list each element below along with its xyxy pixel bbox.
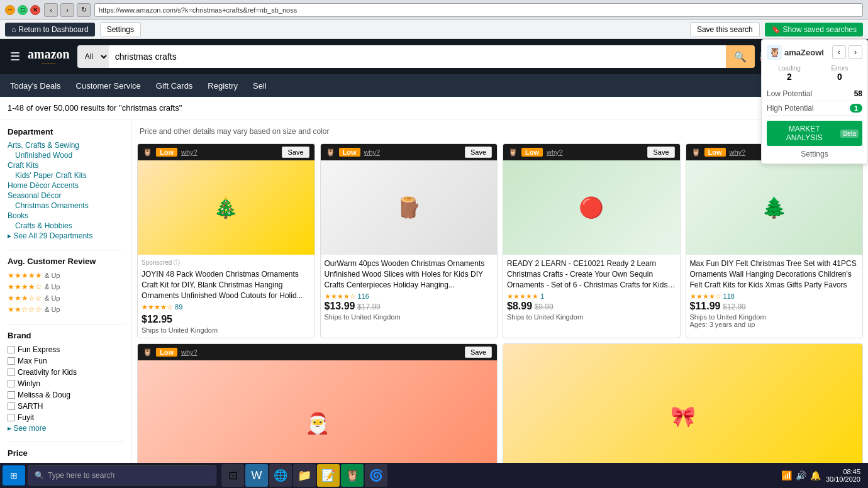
- save-product-3[interactable]: Save: [647, 147, 674, 158]
- forward-button[interactable]: ›: [60, 3, 74, 17]
- notification-icon[interactable]: 🔔: [810, 470, 821, 480]
- product-price-row-2: $13.99 $17.99: [325, 301, 494, 312]
- close-button[interactable]: ✕: [30, 5, 40, 15]
- aow-next-button[interactable]: ›: [849, 45, 862, 59]
- sidebar-link-seasonal[interactable]: Seasonal Décor: [8, 191, 124, 201]
- why-link-2[interactable]: why?: [364, 148, 381, 156]
- hamburger-menu[interactable]: ☰: [8, 47, 23, 66]
- show-saved-searches-button[interactable]: 🔖 Show saved searches: [765, 23, 863, 36]
- sponsored-1: Sponsored ⓘ: [142, 258, 311, 267]
- product-stars-3: ★★★★★ 1: [507, 292, 676, 301]
- product-info-3: READY 2 LEARN - CE10021 Ready 2 Learn Ch…: [503, 255, 680, 324]
- taskbar-app-task-view[interactable]: ⊡: [221, 464, 244, 487]
- brand-max-fun[interactable]: Max Fun: [8, 355, 124, 367]
- product-shipping-4: Ships to United Kingdom: [690, 313, 859, 321]
- product-image-3: 🔴: [503, 160, 680, 255]
- brand-fuyit[interactable]: Fuyit: [8, 412, 124, 423]
- amazeowl-icon-2: 🦉: [326, 148, 335, 157]
- sidebar-see-all[interactable]: ▸ See All 29 Departments: [8, 231, 124, 241]
- review-2up[interactable]: ★★★☆☆ & Up: [8, 292, 124, 304]
- market-analysis-button[interactable]: MARKET ANALYSIS Beta: [767, 121, 862, 146]
- refresh-button[interactable]: ↻: [77, 3, 91, 17]
- search-icon: 🔍: [35, 471, 44, 480]
- settings-button[interactable]: Settings: [100, 22, 141, 37]
- brand-winlyn[interactable]: Winlyn: [8, 378, 124, 389]
- aow-prev-button[interactable]: ‹: [832, 45, 846, 59]
- product-card-5[interactable]: 🦉 Low why? Save 🎅 Sponsored: [137, 343, 498, 464]
- review-3up[interactable]: ★★★★☆ & Up: [8, 281, 124, 292]
- sidebar-link-books[interactable]: Books: [8, 211, 124, 221]
- nav-item-gift-cards[interactable]: Gift Cards: [153, 81, 196, 91]
- minimize-button[interactable]: ─: [5, 5, 15, 15]
- review-1up[interactable]: ★★☆☆☆ & Up: [8, 304, 124, 315]
- product-shipping-2: Ships to United Kingdom: [325, 313, 494, 321]
- low-badge-5: Low: [156, 348, 177, 357]
- product-banner-1: 🦉 Low why? Save: [138, 144, 314, 160]
- amazon-header: ☰ amazon ~~~~~ All 🔍 🇺🇸 Hello, Sign inAc…: [0, 39, 868, 74]
- taskbar-search-placeholder: Type here to search: [48, 471, 114, 480]
- product-price-3: $8.99: [507, 301, 532, 311]
- why-link-5[interactable]: why?: [181, 348, 198, 356]
- save-product-2[interactable]: Save: [465, 147, 492, 158]
- results-count: 1-48 of over 50,000 results for "christm…: [8, 103, 182, 113]
- taskbar-app-chrome[interactable]: 🌐: [269, 464, 292, 487]
- search-input[interactable]: [109, 45, 726, 68]
- sidebar-link-craft-kits[interactable]: Craft Kits: [8, 160, 124, 170]
- taskbar-app-amazeowl[interactable]: 🦉: [341, 464, 364, 487]
- product-card-2[interactable]: 🦉 Low why? Save 🪵 OurWarm 40pcs Wooden C…: [320, 143, 498, 338]
- sidebar-link-christmas-ornaments[interactable]: Christmas Ornaments: [8, 201, 124, 211]
- taskbar-app-files[interactable]: 📁: [293, 464, 316, 487]
- nav-item-sell[interactable]: Sell: [250, 81, 269, 91]
- save-product-5[interactable]: Save: [465, 347, 492, 358]
- low-badge-4: Low: [704, 148, 726, 157]
- product-card-6[interactable]: 🎀 Sponsored: [503, 343, 863, 464]
- sidebar-link-home-decor[interactable]: Home Décor Accents: [8, 180, 124, 191]
- brand-melissa-doug[interactable]: Melissa & Doug: [8, 389, 124, 401]
- return-to-dashboard-button[interactable]: ⌂ Return to Dashboard: [5, 23, 95, 36]
- sidebar-link-unfinished[interactable]: Unfinished Wood: [8, 150, 124, 160]
- brand-see-more[interactable]: ▸ See more: [8, 424, 46, 433]
- url-text: https://www.amazon.com/s?k=christmas+cra…: [99, 6, 297, 14]
- taskbar-app-word[interactable]: W: [245, 464, 268, 487]
- taskbar-search[interactable]: 🔍 Type here to search: [28, 465, 216, 485]
- brand-creativity-for-kids[interactable]: Creativity for Kids: [8, 367, 124, 378]
- search-button[interactable]: 🔍: [726, 45, 755, 68]
- product-banner-5: 🦉 Low why? Save: [138, 344, 497, 360]
- sidebar: Department Arts, Crafts & Sewing Unfinis…: [0, 119, 132, 464]
- product-price-row-4: $11.99 $12.99: [690, 301, 859, 312]
- maximize-button[interactable]: □: [18, 5, 28, 15]
- product-card-3[interactable]: 🦉 Low why? Save 🔴 READY 2 LEARN - CE1002…: [503, 143, 681, 338]
- amazeowl-icon-1: 🦉: [143, 148, 152, 157]
- brand-fun-express[interactable]: Fun Express: [8, 344, 124, 355]
- price-section: Price Under $25 $25 to $50 $50 to $100 $…: [8, 448, 124, 464]
- why-link-4[interactable]: why?: [730, 148, 746, 156]
- search-category-select[interactable]: All: [77, 45, 109, 68]
- sidebar-link-arts[interactable]: Arts, Crafts & Sewing: [8, 140, 124, 150]
- review-title: Avg. Customer Review: [8, 257, 124, 266]
- brand-sarth[interactable]: SARTH: [8, 401, 124, 412]
- nav-item-customer-service[interactable]: Customer Service: [74, 81, 143, 91]
- volume-icon[interactable]: 🔊: [796, 470, 806, 480]
- sidebar-link-crafts-hobbies[interactable]: Crafts & Hobbies: [8, 221, 124, 231]
- product-shipping-3: Ships to United Kingdom: [507, 313, 676, 321]
- product-card-1[interactable]: 🦉 Low why? Save 🎄 Sponsored ⓘ JOYIN 48 P…: [137, 143, 315, 338]
- save-search-button[interactable]: Save this search: [690, 22, 760, 37]
- start-button[interactable]: ⊞: [3, 465, 25, 485]
- network-icon[interactable]: 📶: [781, 470, 792, 480]
- address-bar[interactable]: https://www.amazon.com/s?k=christmas+cra…: [94, 3, 863, 17]
- product-stars-1: ★★★★☆ 89: [142, 303, 311, 311]
- sidebar-link-kids-paper[interactable]: Kids' Paper Craft Kits: [8, 170, 124, 180]
- save-product-1[interactable]: Save: [282, 147, 309, 158]
- nav-item-registry[interactable]: Registry: [205, 81, 240, 91]
- back-button[interactable]: ‹: [44, 3, 58, 17]
- nav-item-deals[interactable]: Today's Deals: [8, 81, 64, 91]
- amazon-logo[interactable]: amazon ~~~~~: [28, 48, 70, 66]
- taskbar-app-extra[interactable]: 🌀: [365, 464, 387, 487]
- aow-settings-link[interactable]: Settings: [767, 150, 862, 158]
- aow-logo: 🦉 amaZeowl: [767, 45, 824, 60]
- why-link-1[interactable]: why?: [181, 148, 198, 156]
- why-link-3[interactable]: why?: [547, 148, 563, 156]
- product-card-4[interactable]: 🦉 Low why? Save 🌲 Max Fun DIY Felt Chris…: [686, 143, 864, 338]
- taskbar-app-sticky[interactable]: 📝: [317, 464, 340, 487]
- review-4up[interactable]: ★★★★★ & Up: [8, 270, 124, 281]
